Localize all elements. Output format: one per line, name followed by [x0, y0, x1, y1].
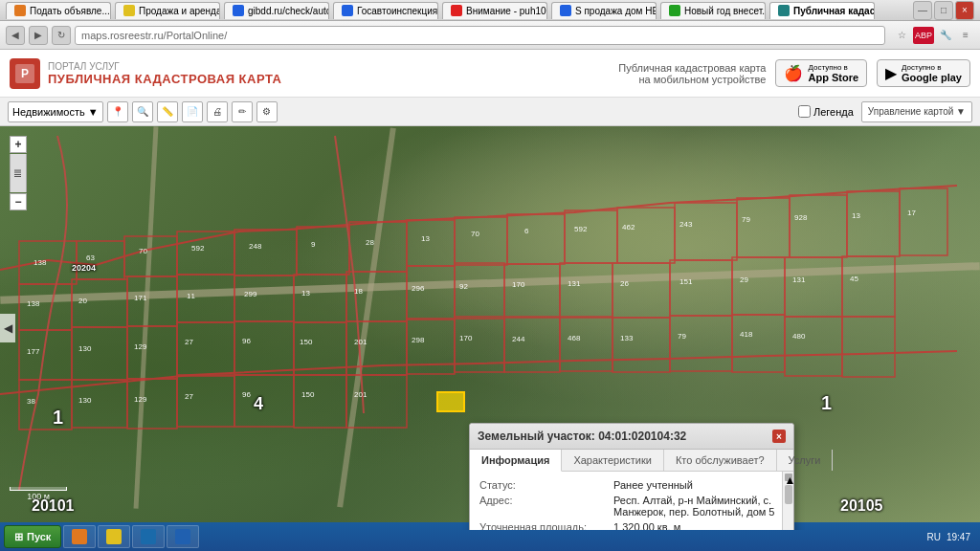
popup-row-area: Уточненная площадь: 1 320.00 кв. м — [479, 521, 784, 530]
forward-button[interactable]: ▶ — [29, 26, 48, 45]
selected-parcel — [436, 391, 465, 412]
header-right: Публичная кадастровая карта на мобильном… — [618, 59, 970, 87]
toolbar-btn-location[interactable]: 📍 — [107, 101, 128, 122]
popup-tab-characteristics[interactable]: Характеристики — [562, 450, 664, 471]
apple-icon: 🍎 — [784, 64, 803, 82]
legend-label: Легенда — [813, 106, 854, 118]
minimize-button[interactable]: — — [913, 1, 932, 20]
tab-5[interactable]: Внимание - puh100... × — [442, 2, 547, 19]
taskbar-folder-icon — [106, 529, 122, 544]
svg-text:Р: Р — [21, 67, 29, 80]
scale-line — [10, 487, 67, 491]
logo-bottom-text: ПУБЛИЧНАЯ КАДАСТРОВАЯ КАРТА — [48, 72, 281, 86]
tab-3-icon — [233, 5, 244, 16]
map-toolbar: Недвижимость ▼ 📍 🔍 📏 📄 🖨 ✏ ⚙ Легенда Упр… — [0, 98, 980, 126]
star-icon[interactable]: ☆ — [893, 27, 910, 44]
ext-icon-2[interactable]: ≡ — [957, 27, 974, 44]
toolbar-btn-draw[interactable]: ✏ — [232, 101, 253, 122]
tab-1-icon — [14, 5, 26, 16]
tab-2-icon — [123, 5, 135, 16]
legend-area: Легенда Управление картой ▼ — [798, 101, 972, 122]
browser-toolbar: ◀ ▶ ↻ maps.rosreestr.ru/PortalOnline/ ☆ … — [0, 21, 980, 50]
tab-5-label: Внимание - puh100... — [466, 6, 547, 16]
browser-titlebar: Подать объявле... × Продажа и аренда... … — [0, 0, 980, 21]
tab-2-label: Продажа и аренда... — [139, 6, 220, 16]
popup-tabs: Информация Характеристики Кто обслуживае… — [470, 450, 793, 472]
scrollbar-up[interactable]: ▲ — [785, 474, 792, 481]
popup-tab-info[interactable]: Информация — [470, 450, 562, 472]
taskbar-item-word[interactable] — [167, 525, 199, 548]
popup-row-address: Адрес: Респ. Алтай, р-н Майминский, с. М… — [479, 495, 784, 518]
tab-6[interactable]: S продажа дом НЕД... × — [551, 2, 657, 19]
zoom-out-button[interactable]: − — [10, 193, 27, 210]
logo-top-text: ПОРТАЛ УСЛУГ — [48, 61, 281, 72]
app-logo: Р ПОРТАЛ УСЛУГ ПУБЛИЧНАЯ КАДАСТРОВАЯ КАР… — [10, 58, 281, 89]
tab-8[interactable]: Публичная кадастр... × — [769, 2, 875, 19]
legend-checkbox[interactable] — [798, 105, 811, 118]
tab-7-icon — [669, 5, 680, 16]
popup-tab-services[interactable]: Услуги — [777, 450, 834, 471]
start-button[interactable]: ⊞ Пуск — [4, 525, 61, 548]
map-zoom-controls: + |||| − — [10, 136, 27, 210]
zoom-in-button[interactable]: + — [10, 136, 27, 153]
zoom-slider[interactable]: |||| — [10, 154, 27, 192]
reload-button[interactable]: ↻ — [52, 26, 71, 45]
toolbar-btn-select[interactable]: 📄 — [182, 101, 203, 122]
scale-bar: 100 м — [10, 487, 67, 501]
info-popup: Земельный участок: 04:01:020104:32 × Инф… — [469, 423, 794, 530]
map-container[interactable]: 138 63 70 592 248 9 28 13 70 6 592 462 2… — [0, 126, 980, 530]
tab-7[interactable]: Новый год внесет... × — [660, 2, 766, 19]
tab-7-label: Новый год внесет... — [684, 6, 766, 16]
popup-label-status: Статус: — [479, 479, 613, 491]
tab-3[interactable]: gibdd.ru/check/auto... × — [224, 2, 329, 19]
popup-label-area: Уточненная площадь: — [479, 521, 613, 530]
taskbar-tray: RU 19:47 — [927, 532, 976, 542]
toolbar-btn-measure[interactable]: 📏 — [157, 101, 178, 122]
windows-icon: ⊞ — [14, 531, 23, 543]
legend-checkbox-label[interactable]: Легенда — [798, 105, 854, 118]
address-bar[interactable]: maps.rosreestr.ru/PortalOnline/ — [75, 26, 885, 45]
maximize-button[interactable]: □ — [934, 1, 953, 20]
manage-map-button[interactable]: Управление картой ▼ — [861, 101, 972, 122]
manage-map-label: Управление картой ▼ — [868, 106, 966, 117]
tab-2[interactable]: Продажа и аренда... × — [115, 2, 220, 19]
popup-scrollbar[interactable]: ▲ ▼ — [782, 472, 793, 530]
popup-close-button[interactable]: × — [772, 430, 786, 443]
tab-1-label: Подать объявле... — [30, 6, 110, 16]
browser-toolbar-icons: ☆ ABP 🔧 ≡ — [893, 27, 974, 44]
toolbar-btn-settings[interactable]: ⚙ — [256, 101, 278, 122]
ext-icon-1[interactable]: 🔧 — [937, 27, 954, 44]
logo-text: ПОРТАЛ УСЛУГ ПУБЛИЧНАЯ КАДАСТРОВАЯ КАРТА — [48, 61, 281, 86]
tab-1[interactable]: Подать объявле... × — [6, 2, 111, 19]
taskbar-browser-icon — [72, 529, 87, 544]
scrollbar-thumb[interactable] — [785, 485, 792, 504]
taskbar-item-browser[interactable] — [63, 525, 96, 548]
header-mobile-text: Публичная кадастровая карта на мобильном… — [618, 62, 766, 85]
toolbar-btn-search[interactable]: 🔍 — [132, 101, 153, 122]
start-label: Пуск — [27, 531, 51, 542]
app-store-button[interactable]: 🍎 Доступно в App Store — [775, 59, 867, 87]
popup-content-wrapper: Статус: Ранее учтенный Адрес: Респ. Алта… — [470, 472, 793, 530]
app-header: Р ПОРТАЛ УСЛУГ ПУБЛИЧНАЯ КАДАСТРОВАЯ КАР… — [0, 50, 980, 98]
google-play-button[interactable]: ▶ Доступно в Google play — [877, 59, 970, 87]
taskbar-item-folder[interactable] — [98, 525, 130, 548]
header-line1: Публичная кадастровая карта — [618, 62, 766, 74]
tab-3-label: gibdd.ru/check/auto... — [248, 6, 329, 16]
google-play-label: Google play — [902, 72, 962, 83]
map-nav-arrow[interactable]: ◀ — [0, 314, 15, 342]
taskbar-item-ie[interactable] — [132, 525, 165, 548]
page-wrapper: Подать объявле... × Продажа и аренда... … — [0, 0, 980, 551]
get-it-label: Доступно в — [902, 63, 962, 72]
property-dropdown-label: Недвижимость — [12, 106, 85, 118]
back-button[interactable]: ◀ — [6, 26, 25, 45]
tab-4-label: Госавтоинспекция — [357, 6, 437, 16]
tab-5-icon — [451, 5, 462, 16]
toolbar-btn-print[interactable]: 🖨 — [207, 101, 228, 122]
abr-icon[interactable]: ABP — [913, 27, 934, 44]
popup-tab-who-serves[interactable]: Кто обслуживает? — [664, 450, 777, 471]
tray-time: 19:47 — [947, 532, 970, 542]
tab-4[interactable]: Госавтоинспекция × — [333, 2, 438, 19]
close-button[interactable]: × — [955, 1, 974, 20]
property-dropdown-arrow: ▼ — [88, 106, 99, 118]
property-dropdown[interactable]: Недвижимость ▼ — [8, 101, 103, 122]
